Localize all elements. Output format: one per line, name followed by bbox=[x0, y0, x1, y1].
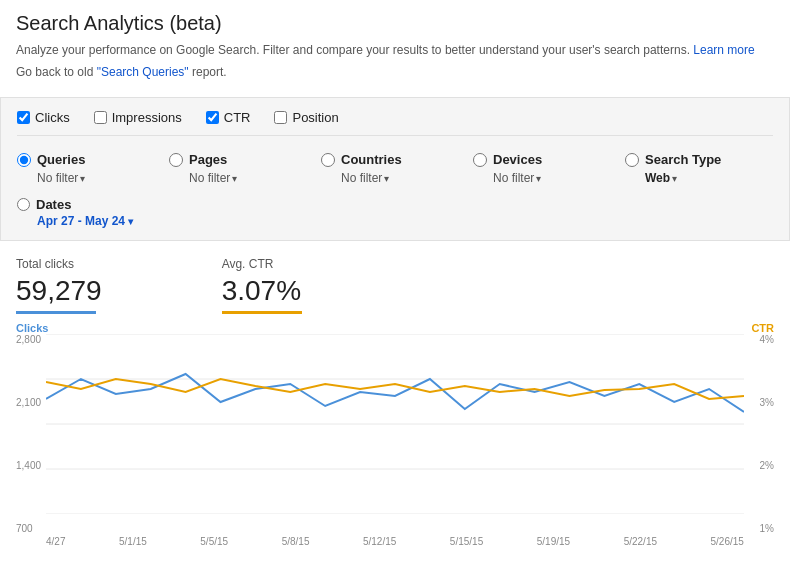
old-report-line: Go back to old "Search Queries" report. bbox=[16, 65, 774, 79]
position-checkbox-item[interactable]: Position bbox=[274, 110, 338, 125]
page-title: Search Analytics (beta) bbox=[16, 12, 774, 35]
x-label-1: 5/1/15 bbox=[119, 536, 147, 547]
clicks-checkbox-item[interactable]: Clicks bbox=[17, 110, 70, 125]
metrics-section: Total clicks 59,279 Avg. CTR 3.07% bbox=[0, 241, 790, 322]
y-right-label-1: 3% bbox=[744, 397, 774, 408]
x-label-2: 5/5/15 bbox=[200, 536, 228, 547]
y-right-label-3: 1% bbox=[744, 523, 774, 534]
y-left-label-2: 1,400 bbox=[16, 460, 46, 471]
x-label-7: 5/22/15 bbox=[624, 536, 657, 547]
total-clicks-label: Total clicks bbox=[16, 257, 102, 271]
countries-dropdown-arrow: ▾ bbox=[384, 173, 389, 184]
ctr-checkbox-item[interactable]: CTR bbox=[206, 110, 251, 125]
dates-radio[interactable] bbox=[17, 198, 30, 211]
ctr-checkbox[interactable] bbox=[206, 111, 219, 124]
devices-option: Devices No filter ▾ bbox=[473, 148, 621, 189]
header-section: Search Analytics (beta) Analyze your per… bbox=[0, 0, 790, 97]
y-right-label-0: 4% bbox=[744, 334, 774, 345]
searchtype-option: Search Type Web ▾ bbox=[625, 148, 773, 189]
chart-left-axis-label: Clicks bbox=[16, 322, 48, 334]
devices-dropdown-arrow: ▾ bbox=[536, 173, 541, 184]
queries-radio[interactable] bbox=[17, 153, 31, 167]
pages-dropdown-arrow: ▾ bbox=[232, 173, 237, 184]
dates-item: Dates Apr 27 - May 24 ▾ bbox=[17, 197, 133, 228]
search-queries-link[interactable]: "Search Queries" bbox=[97, 65, 189, 79]
searchtype-radio[interactable] bbox=[625, 153, 639, 167]
chart-svg bbox=[46, 334, 744, 514]
devices-filter-dropdown[interactable]: No filter ▾ bbox=[473, 171, 621, 185]
impressions-checkbox-item[interactable]: Impressions bbox=[94, 110, 182, 125]
x-label-3: 5/8/15 bbox=[282, 536, 310, 547]
y-left-label-3: 700 bbox=[16, 523, 46, 534]
queries-option: Queries No filter ▾ bbox=[17, 148, 165, 189]
checkbox-row: Clicks Impressions CTR Position bbox=[17, 110, 773, 136]
x-label-6: 5/19/15 bbox=[537, 536, 570, 547]
pages-option: Pages No filter ▾ bbox=[169, 148, 317, 189]
total-clicks-value: 59,279 bbox=[16, 275, 102, 307]
total-clicks-metric: Total clicks 59,279 bbox=[16, 257, 142, 314]
chart-section: Clicks CTR 2,800 2,100 1,400 700 4% 3% 2… bbox=[0, 322, 790, 547]
learn-more-link[interactable]: Learn more bbox=[693, 43, 754, 57]
avg-ctr-value: 3.07% bbox=[222, 275, 302, 307]
filter-section: Clicks Impressions CTR Position Queries bbox=[0, 97, 790, 241]
clicks-checkbox[interactable] bbox=[17, 111, 30, 124]
chart-axis-labels: Clicks CTR bbox=[16, 322, 774, 334]
chart-right-axis-label: CTR bbox=[751, 322, 774, 334]
description: Analyze your performance on Google Searc… bbox=[16, 41, 774, 59]
x-axis-row: 4/27 5/1/15 5/5/15 5/8/15 5/12/15 5/15/1… bbox=[16, 536, 774, 547]
page-wrapper: Search Analytics (beta) Analyze your per… bbox=[0, 0, 790, 547]
y-right-label-2: 2% bbox=[744, 460, 774, 471]
x-label-8: 5/26/15 bbox=[711, 536, 744, 547]
dates-dropdown-arrow: ▾ bbox=[128, 216, 133, 227]
total-clicks-underline bbox=[16, 311, 96, 314]
searchtype-filter-dropdown[interactable]: Web ▾ bbox=[625, 171, 773, 185]
countries-radio[interactable] bbox=[321, 153, 335, 167]
impressions-checkbox[interactable] bbox=[94, 111, 107, 124]
devices-radio[interactable] bbox=[473, 153, 487, 167]
searchtype-dropdown-arrow: ▾ bbox=[672, 173, 677, 184]
x-label-4: 5/12/15 bbox=[363, 536, 396, 547]
dates-value-dropdown[interactable]: Apr 27 - May 24 ▾ bbox=[17, 214, 133, 228]
x-label-0: 4/27 bbox=[46, 536, 65, 547]
queries-dropdown-arrow: ▾ bbox=[80, 173, 85, 184]
countries-option: Countries No filter ▾ bbox=[321, 148, 469, 189]
queries-filter-dropdown[interactable]: No filter ▾ bbox=[17, 171, 165, 185]
pages-filter-dropdown[interactable]: No filter ▾ bbox=[169, 171, 317, 185]
avg-ctr-underline bbox=[222, 311, 302, 314]
avg-ctr-metric: Avg. CTR 3.07% bbox=[222, 257, 342, 314]
y-axis-left: 2,800 2,100 1,400 700 bbox=[16, 334, 46, 534]
countries-filter-dropdown[interactable]: No filter ▾ bbox=[321, 171, 469, 185]
clicks-line bbox=[46, 374, 744, 412]
chart-container: 2,800 2,100 1,400 700 4% 3% 2% 1% bbox=[16, 334, 774, 534]
y-left-label-0: 2,800 bbox=[16, 334, 46, 345]
position-checkbox[interactable] bbox=[274, 111, 287, 124]
dates-row: Dates Apr 27 - May 24 ▾ bbox=[17, 197, 773, 228]
y-axis-right: 4% 3% 2% 1% bbox=[744, 334, 774, 534]
avg-ctr-label: Avg. CTR bbox=[222, 257, 302, 271]
radio-grid: Queries No filter ▾ Pages No filter ▾ bbox=[17, 148, 773, 189]
x-label-5: 5/15/15 bbox=[450, 536, 483, 547]
pages-radio[interactable] bbox=[169, 153, 183, 167]
y-left-label-1: 2,100 bbox=[16, 397, 46, 408]
